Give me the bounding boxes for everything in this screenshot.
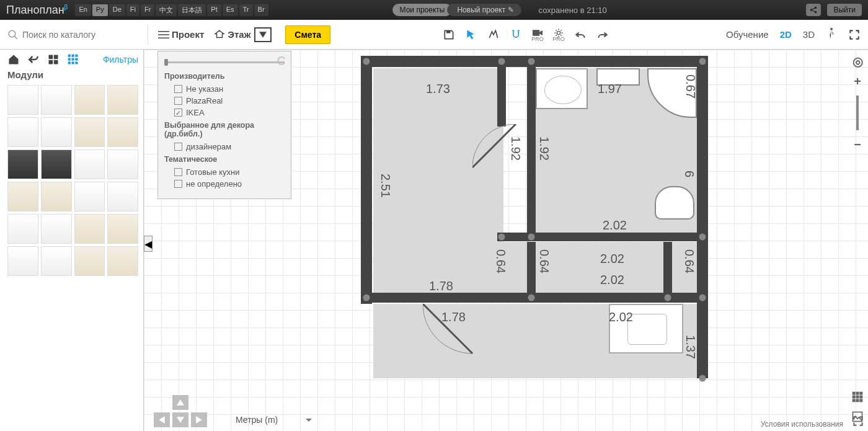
catalog-item[interactable] — [74, 246, 105, 276]
panel-collapse-icon[interactable]: ◀ — [144, 236, 153, 252]
home-icon[interactable] — [7, 53, 20, 66]
washer-fixture[interactable] — [536, 68, 588, 109]
catalog-item[interactable] — [74, 85, 105, 115]
lang-es[interactable]: Es — [223, 4, 238, 16]
lang-zh[interactable]: 中文 — [156, 4, 177, 16]
pan-right-icon[interactable] — [191, 412, 207, 427]
save-icon[interactable] — [442, 28, 456, 42]
exit-button[interactable]: Выйти — [827, 4, 862, 16]
dimension-label: 1.78 — [429, 279, 453, 293]
catalog-item[interactable] — [74, 214, 105, 244]
filter-opt[interactable]: Готовые кухни — [164, 166, 285, 178]
view-3d-tab[interactable]: 3D — [803, 29, 815, 40]
svg-rect-33 — [852, 399, 856, 402]
undo-icon[interactable] — [574, 28, 587, 42]
filter-opt[interactable]: Не указан — [164, 83, 285, 95]
floor-dropdown-icon[interactable] — [254, 27, 272, 42]
target-icon[interactable]: ◎ — [851, 55, 864, 68]
svg-rect-15 — [54, 60, 58, 64]
zoom-in-icon[interactable]: + — [851, 74, 864, 88]
catalog-item[interactable] — [74, 117, 105, 147]
fullscreen-corner-icon[interactable] — [852, 415, 864, 427]
filter-opt[interactable]: не определено — [164, 178, 285, 190]
lang-en[interactable]: En — [75, 4, 91, 16]
light-tool[interactable]: PRO — [552, 28, 565, 42]
select-tool-icon[interactable] — [464, 28, 478, 42]
lang-ru[interactable]: Ру — [92, 4, 108, 16]
svg-rect-23 — [72, 61, 74, 64]
pan-up-icon[interactable] — [172, 395, 188, 410]
view-2d-tab[interactable]: 2D — [780, 29, 792, 40]
walk-view-icon[interactable] — [826, 27, 837, 42]
catalog-item[interactable] — [7, 85, 38, 115]
floor-menu[interactable]: Этаж — [209, 25, 277, 45]
filters-link[interactable]: Фильтры — [103, 55, 138, 64]
share-button[interactable] — [806, 4, 821, 16]
svg-rect-13 — [54, 55, 58, 60]
catalog-item[interactable] — [41, 214, 72, 244]
lang-fr[interactable]: Fr — [141, 4, 154, 16]
catalog-item[interactable] — [74, 149, 105, 179]
catalog-item[interactable] — [7, 182, 38, 211]
toilet-fixture[interactable] — [655, 186, 694, 220]
svg-line-4 — [14, 36, 17, 39]
svg-point-10 — [557, 31, 560, 34]
estimate-button[interactable]: Смета — [285, 25, 330, 44]
catalog-item[interactable] — [107, 149, 138, 179]
units-dropdown[interactable]: Метры (m) — [233, 412, 316, 427]
catalog-item[interactable] — [107, 214, 138, 244]
catalog-item[interactable] — [7, 214, 38, 244]
lang-br[interactable]: Br — [254, 4, 268, 16]
filter-opt[interactable]: дизайнерам — [164, 141, 285, 153]
lang-fi[interactable]: Fi — [126, 4, 140, 16]
search-input[interactable] — [22, 30, 128, 40]
filter-slider[interactable] — [164, 61, 285, 63]
fullscreen-icon[interactable] — [848, 29, 861, 41]
catalog-item[interactable] — [7, 117, 38, 147]
camera-tool[interactable]: PRO — [531, 28, 544, 42]
catalog-item[interactable] — [107, 182, 138, 211]
pan-down-icon[interactable] — [172, 412, 188, 427]
learning-link[interactable]: Обучение — [726, 29, 769, 40]
lang-de[interactable]: De — [109, 4, 125, 16]
catalog-item[interactable] — [107, 85, 138, 115]
my-projects-pill[interactable]: Мои проекты — [392, 4, 453, 16]
right-tools-top: ◎ + − — [849, 55, 866, 151]
catalog-item[interactable] — [7, 246, 38, 276]
catalog-item[interactable] — [41, 182, 72, 211]
lang-tr[interactable]: Tr — [239, 4, 253, 16]
grid-toggle-icon[interactable] — [851, 390, 864, 404]
catalog-item[interactable] — [74, 182, 105, 211]
catalog-item[interactable] — [107, 246, 138, 276]
zoom-out-icon[interactable]: − — [851, 138, 864, 151]
redo-icon[interactable] — [596, 28, 609, 42]
svg-rect-30 — [852, 396, 856, 399]
language-switcher: En Ру De Fi Fr 中文 日本語 Pt Es Tr Br — [75, 4, 268, 16]
pan-left-icon[interactable] — [154, 412, 170, 427]
catalog-item[interactable] — [7, 149, 38, 179]
wall-tool-icon[interactable] — [487, 28, 500, 42]
dimension-label: 0.67 — [683, 74, 698, 99]
lang-ja[interactable]: 日本語 — [178, 4, 206, 16]
main-area: Фильтры Модули C Производитель Не указан… — [0, 50, 868, 431]
catalog-item[interactable] — [41, 149, 72, 179]
catalog-item[interactable] — [41, 246, 72, 276]
zoom-slider[interactable] — [856, 96, 859, 130]
view-grid-icon[interactable] — [67, 53, 79, 66]
catalog-item[interactable] — [41, 117, 72, 147]
catalog-item[interactable] — [41, 85, 72, 115]
snap-tool-icon[interactable] — [509, 28, 523, 42]
svg-rect-32 — [859, 396, 862, 399]
filter-heading-manufacturer: Производитель — [164, 72, 285, 81]
project-menu[interactable]: Проект — [153, 27, 209, 43]
catalog-item[interactable] — [107, 117, 138, 147]
filter-opt[interactable]: IKEA — [164, 107, 285, 118]
new-project-pill[interactable]: Новый проект ✎ — [447, 4, 521, 16]
terms-link[interactable]: Условия использования — [761, 420, 843, 429]
search-icon — [7, 29, 19, 40]
catalog-search — [7, 29, 143, 40]
filter-opt[interactable]: PlazaReal — [164, 95, 285, 107]
view-tiles-icon[interactable] — [47, 53, 60, 66]
lang-pt[interactable]: Pt — [207, 4, 221, 16]
back-icon[interactable] — [27, 53, 40, 66]
